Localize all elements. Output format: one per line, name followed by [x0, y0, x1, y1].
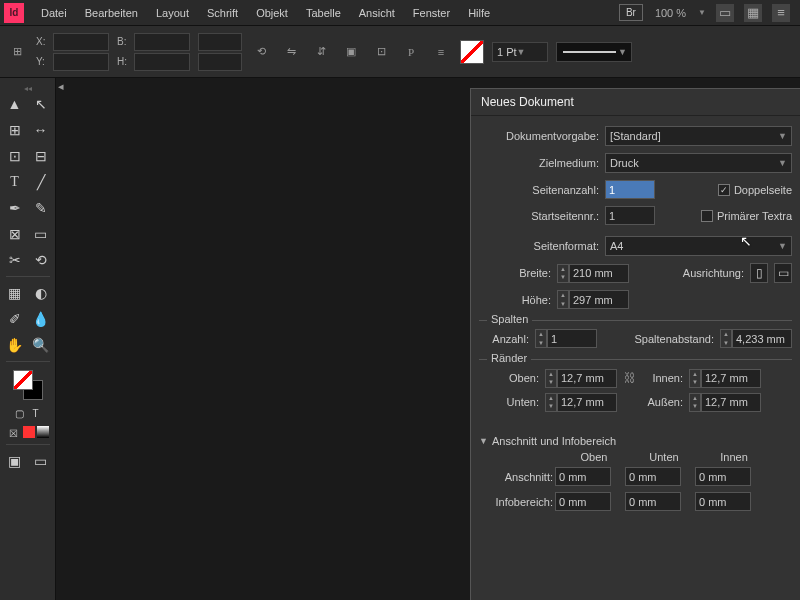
- orientation-landscape-button[interactable]: ▭: [774, 263, 792, 283]
- pagesize-label: Seitenformat:: [479, 240, 599, 252]
- pen-tool[interactable]: ✒: [3, 196, 27, 220]
- content-icon[interactable]: ⊡: [370, 41, 392, 63]
- scale-y-field[interactable]: [198, 53, 242, 71]
- note-tool[interactable]: ✐: [3, 307, 27, 331]
- view-mode-preview-icon[interactable]: ▭: [29, 449, 53, 473]
- w-field[interactable]: [134, 33, 190, 51]
- selection-tool[interactable]: ▲: [3, 92, 27, 116]
- pencil-tool[interactable]: ✎: [29, 196, 53, 220]
- fill-swatch-icon[interactable]: [460, 40, 484, 64]
- rotate-icon[interactable]: ⟲: [250, 41, 272, 63]
- menu-window[interactable]: Fenster: [404, 3, 459, 23]
- fill-swatch[interactable]: [13, 370, 33, 390]
- menu-object[interactable]: Objekt: [247, 3, 297, 23]
- bleed-inner-input[interactable]: 0 mm: [695, 467, 751, 486]
- apply-gradient-icon[interactable]: [37, 426, 49, 438]
- zoom-level[interactable]: 100 %: [647, 5, 694, 21]
- line-tool[interactable]: ╱: [29, 170, 53, 194]
- menu-file[interactable]: Datei: [32, 3, 76, 23]
- view-options-icon[interactable]: ≡: [772, 4, 790, 22]
- height-spinner[interactable]: ▲▼: [557, 290, 569, 309]
- facing-pages-checkbox[interactable]: ✓: [718, 184, 730, 196]
- startpage-input[interactable]: 1: [605, 206, 655, 225]
- h-field[interactable]: [134, 53, 190, 71]
- scale-x-field[interactable]: [198, 33, 242, 51]
- apply-color-icon[interactable]: [23, 426, 35, 438]
- margin-inside-label: Innen:: [643, 372, 683, 384]
- margin-outside-spinner[interactable]: ▲▼: [689, 393, 701, 412]
- orientation-portrait-button[interactable]: ▯: [750, 263, 768, 283]
- intent-select[interactable]: Druck▼: [605, 153, 792, 173]
- formatting-text-icon[interactable]: T: [29, 406, 43, 420]
- margin-bottom-input[interactable]: 12,7 mm: [557, 393, 617, 412]
- slug-bottom-input[interactable]: 0 mm: [625, 492, 681, 511]
- content-collector-tool[interactable]: ⊡: [3, 144, 27, 168]
- margin-outside-label: Außen:: [643, 396, 683, 408]
- flip-v-icon[interactable]: ⇵: [310, 41, 332, 63]
- gradient-feather-tool[interactable]: ◐: [29, 281, 53, 305]
- view-mode-normal-icon[interactable]: ▣: [3, 449, 27, 473]
- width-spinner[interactable]: ▲▼: [557, 264, 569, 283]
- margins-section-title: Ränder: [487, 352, 531, 364]
- page-tool[interactable]: ⊞: [3, 118, 27, 142]
- content-placer-tool[interactable]: ⊟: [29, 144, 53, 168]
- height-input[interactable]: 297 mm: [569, 290, 629, 309]
- flip-h-icon[interactable]: ⇋: [280, 41, 302, 63]
- pages-input[interactable]: 1: [605, 180, 655, 199]
- container-icon[interactable]: ▣: [340, 41, 362, 63]
- zoom-tool[interactable]: 🔍: [29, 333, 53, 357]
- columns-section-title: Spalten: [487, 313, 532, 325]
- apply-none-icon[interactable]: ☒: [7, 426, 21, 440]
- margin-bottom-spinner[interactable]: ▲▼: [545, 393, 557, 412]
- direct-selection-tool[interactable]: ↖: [29, 92, 53, 116]
- width-input[interactable]: 210 mm: [569, 264, 629, 283]
- type-tool[interactable]: T: [3, 170, 27, 194]
- fill-stroke-swatch[interactable]: [13, 370, 43, 400]
- menu-help[interactable]: Hilfe: [459, 3, 499, 23]
- x-field[interactable]: [53, 33, 109, 51]
- preset-select[interactable]: [Standard]▼: [605, 126, 792, 146]
- bleed-top-input[interactable]: 0 mm: [555, 467, 611, 486]
- gutter-spinner[interactable]: ▲▼: [720, 329, 732, 348]
- bleed-bottom-input[interactable]: 0 mm: [625, 467, 681, 486]
- stroke-style-select[interactable]: ▼: [556, 42, 632, 62]
- eyedropper-tool[interactable]: 💧: [29, 307, 53, 331]
- reference-point-icon[interactable]: ⊞: [6, 41, 28, 63]
- menu-edit[interactable]: Bearbeiten: [76, 3, 147, 23]
- menu-view[interactable]: Ansicht: [350, 3, 404, 23]
- free-transform-tool[interactable]: ⟲: [29, 248, 53, 272]
- menu-type[interactable]: Schrift: [198, 3, 247, 23]
- formatting-container-icon[interactable]: ▢: [13, 406, 27, 420]
- paragraph-icon[interactable]: P: [400, 41, 422, 63]
- pagesize-select[interactable]: A4▼: [605, 236, 792, 256]
- hand-tool[interactable]: ✋: [3, 333, 27, 357]
- screen-mode-icon[interactable]: ▭: [716, 4, 734, 22]
- slug-inner-input[interactable]: 0 mm: [695, 492, 751, 511]
- rectangle-tool[interactable]: ▭: [29, 222, 53, 246]
- margin-inside-input[interactable]: 12,7 mm: [701, 369, 761, 388]
- primary-textframe-checkbox[interactable]: [701, 210, 713, 222]
- panel-tab-icon[interactable]: ◂: [58, 80, 64, 93]
- stroke-weight-select[interactable]: 1 Pt▼: [492, 42, 548, 62]
- bridge-badge[interactable]: Br: [619, 4, 643, 21]
- scissors-tool[interactable]: ✂: [3, 248, 27, 272]
- align-icon[interactable]: ≡: [430, 41, 452, 63]
- margin-top-input[interactable]: 12,7 mm: [557, 369, 617, 388]
- gradient-swatch-tool[interactable]: ▦: [3, 281, 27, 305]
- gutter-input[interactable]: 4,233 mm: [732, 329, 792, 348]
- panel-handle-icon[interactable]: ◂◂: [6, 84, 50, 92]
- menu-table[interactable]: Tabelle: [297, 3, 350, 23]
- menu-layout[interactable]: Layout: [147, 3, 198, 23]
- margin-inside-spinner[interactable]: ▲▼: [689, 369, 701, 388]
- margin-outside-input[interactable]: 12,7 mm: [701, 393, 761, 412]
- slug-top-input[interactable]: 0 mm: [555, 492, 611, 511]
- y-field[interactable]: [53, 53, 109, 71]
- col-count-input[interactable]: 1: [547, 329, 597, 348]
- gap-tool[interactable]: ↔: [29, 118, 53, 142]
- col-count-spinner[interactable]: ▲▼: [535, 329, 547, 348]
- collapse-arrow-icon[interactable]: ▼: [479, 436, 488, 446]
- rectangle-frame-tool[interactable]: ⊠: [3, 222, 27, 246]
- link-margins-icon[interactable]: ⛓: [623, 368, 637, 388]
- margin-top-spinner[interactable]: ▲▼: [545, 369, 557, 388]
- arrange-icon[interactable]: ▦: [744, 4, 762, 22]
